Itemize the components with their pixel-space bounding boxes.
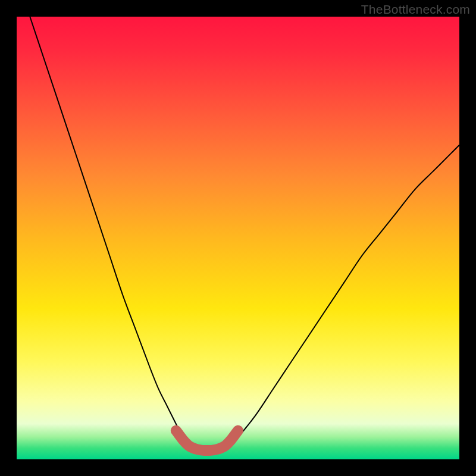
attribution-text: TheBottleneck.com <box>361 2 470 17</box>
gradient-plot-area <box>17 17 459 459</box>
bottleneck-curve <box>30 17 459 451</box>
plot-svg <box>17 17 459 459</box>
optimal-range-marker <box>176 431 238 450</box>
